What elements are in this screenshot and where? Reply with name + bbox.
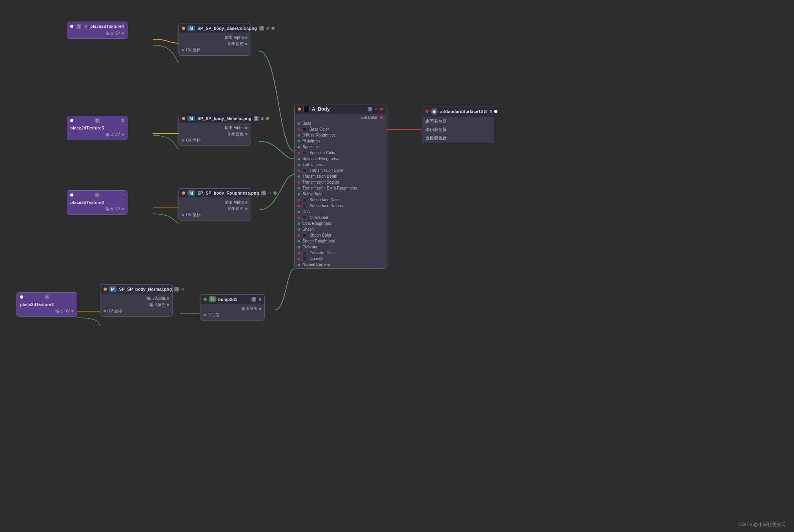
left-port [204, 298, 207, 301]
node-body: 输出 Alpha 输出颜色 UV 坐标 [179, 197, 251, 220]
normal-row: 输出法线 [204, 306, 261, 312]
port-emission-color: Emission Color [295, 250, 386, 256]
node-title: aiStandardSurface1SG [440, 109, 487, 114]
node-title: place2dTexture2 [20, 301, 74, 308]
menu-icon: ≡ [121, 192, 124, 198]
port-sheen-roughness: Sheen Roughness [295, 238, 386, 244]
port-dot [298, 146, 300, 148]
uv-in-port [182, 214, 184, 216]
port-dot [298, 222, 300, 225]
node-header: S ≡ [70, 118, 124, 123]
port-basecolor: Base Color [295, 126, 386, 132]
node-title: place2dTexture3 [70, 199, 124, 206]
node-title: SP_SP_body_Roughness.png [197, 191, 259, 195]
port-dot [298, 187, 300, 189]
color-port [245, 208, 248, 210]
node-header: M SP_SP_body_BaseColor.png S ≡ [179, 24, 251, 33]
port-dot-red [298, 205, 300, 207]
node-header: ⇅ bump2d1 S ≡ [200, 295, 264, 304]
left-port [182, 27, 185, 30]
node-header: S ≡ [70, 192, 124, 198]
uv-port-row: 输出 UV [70, 132, 124, 137]
node-body: 输出 Alpha 输出颜色 UV 坐标 [179, 33, 251, 55]
port-coat-roughness: Coat Roughness [295, 220, 386, 226]
bump-in-port [204, 314, 206, 316]
port-dot-red [298, 128, 300, 131]
node-sp-roughness[interactable]: M SP_SP_body_Roughness.png S ≡ 输出 Alpha … [178, 188, 251, 220]
m-badge: M [188, 116, 195, 121]
node-graph-canvas: S ≡ place2dTexture4 输出 UV S ≡ place2dTex… [0, 0, 794, 532]
left-port [182, 117, 185, 120]
node-title: place2dTexture4 [90, 24, 124, 29]
port-dot [298, 175, 300, 178]
node-body: 表面着色器 体积着色器 置换着色器 [422, 117, 494, 143]
menu-icon: ≡ [489, 109, 492, 114]
right-port [266, 117, 269, 120]
port-metalness: Metalness [295, 138, 386, 144]
port-dot [298, 228, 300, 231]
port-dot-red [298, 152, 300, 154]
uv-in-port [182, 139, 184, 142]
node-port-left [70, 25, 73, 28]
out-color-port [380, 116, 383, 119]
node-header: A_Body S ≡ [295, 104, 386, 114]
uv-row: UV 坐标 [182, 138, 248, 143]
port-transmission: Transmission [295, 162, 386, 168]
port-dot [298, 264, 300, 266]
port-dot-red [298, 234, 300, 237]
s-icon: S [45, 295, 49, 299]
node-sp-metallic[interactable]: M SP_SP_body_Metallic.png S ≡ 输出 Alpha 输… [178, 114, 251, 146]
node-place2dTexture3[interactable]: S ≡ place2dTexture3 输出 UV [67, 190, 127, 215]
port-normal-camera: Normal Camera [295, 262, 386, 268]
menu-icon: ≡ [259, 297, 261, 302]
node-title: SP_SP_body_BaseColor.png [197, 26, 257, 31]
node-body: 输出 Alpha 输出颜色 UV 坐标 [100, 293, 172, 316]
port-subsurface-color: Subsurface Color [295, 197, 386, 203]
port-base: Base [295, 120, 386, 126]
uv-row: UV 坐标 [182, 47, 248, 53]
alpha-port [245, 201, 248, 204]
color-port [167, 304, 169, 306]
port-dot [298, 140, 300, 142]
uv-port [122, 208, 124, 210]
port-sheen-color: Sheen Color [295, 232, 386, 238]
port-dot [298, 122, 300, 125]
uv-port [122, 133, 124, 136]
menu-icon: ≡ [181, 286, 184, 292]
node-sp-basecolor[interactable]: M SP_SP_body_BaseColor.png S ≡ 输出 Alpha … [178, 24, 251, 56]
menu-icon: ≡ [121, 118, 124, 123]
s-icon: S [95, 193, 100, 197]
node-header: ◉ aiStandardSurface1SG ≡ [422, 106, 494, 117]
connections-layer [0, 0, 794, 532]
aisg-displacement: 置换着色器 [422, 134, 494, 142]
node-place2dTexture4[interactable]: S ≡ place2dTexture4 输出 UV [67, 22, 127, 39]
port-dot [298, 211, 300, 213]
port-subsurface: Subsurface [295, 191, 386, 197]
s-icon: S [174, 287, 179, 292]
alpha-port [245, 127, 248, 129]
node-aisg[interactable]: ◉ aiStandardSurface1SG ≡ 表面着色器 体积着色器 置换着… [422, 106, 494, 143]
color-row: 输出颜色 [182, 41, 248, 47]
s-icon: S [76, 24, 81, 29]
color-row: 输出颜色 [182, 206, 248, 211]
s-icon: S [254, 116, 259, 121]
node-sp-normal[interactable]: M SP_SP_body_Normal.png S ≡ 输出 Alpha 输出颜… [100, 284, 173, 317]
port-specular-color: Specular Color [295, 150, 386, 156]
color-port [245, 133, 248, 135]
port-emission: Emission [295, 244, 386, 250]
s-icon: S [95, 118, 100, 123]
m-badge: M [109, 286, 117, 292]
alpha-row: 输出 Alpha [182, 35, 248, 40]
node-bump2d[interactable]: ⇅ bump2d1 S ≡ 输出法线 凹凸值 [200, 294, 265, 321]
right-port [271, 27, 275, 30]
aisg-volume: 体积着色器 [422, 126, 494, 134]
node-title: place2dTexture5 [70, 125, 124, 131]
port-specular: Specular [295, 144, 386, 150]
node-place2dTexture2[interactable]: S ≡ place2dTexture2 输出 UV [16, 292, 77, 317]
port-subsurface-radius: Subsurface Radius [295, 203, 386, 209]
color-port [245, 43, 248, 45]
node-abody[interactable]: A_Body S ≡ Out Color Base Base Color [294, 104, 386, 269]
uv-label: 输出 UV [55, 308, 70, 314]
node-place2dTexture5[interactable]: S ≡ place2dTexture5 输出 UV [67, 116, 127, 140]
port-transmission-scatter: Transmission Scatter [295, 179, 386, 185]
